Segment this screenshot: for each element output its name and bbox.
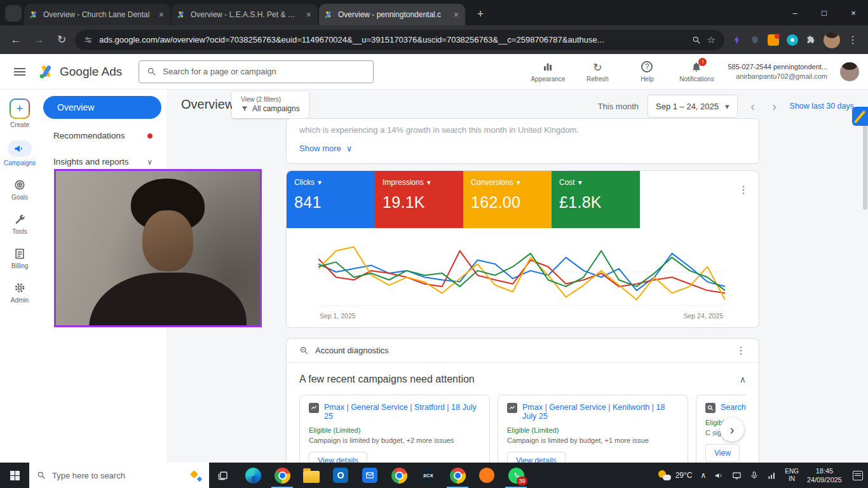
tab-search-icon[interactable] [5,5,22,22]
extensions-cluster: ⋮ [728,32,862,48]
view-details-button[interactable]: View [705,444,740,462]
appearance-label: Appearance [531,76,565,83]
date-controls: This month Sep 1 – 24, 2025 ▾ ‹ › Show l… [598,95,854,118]
browser-tab-1[interactable]: Overview - Church Lane Dental × [24,4,170,25]
carousel-next-button[interactable]: › [720,417,744,442]
show-last-30-days-link[interactable]: Show last 30 days [790,102,854,111]
account-avatar[interactable] [840,62,859,81]
caret-down-icon[interactable]: ▾ [427,178,431,187]
google-ads-favicon [177,10,186,19]
gologin-icon[interactable] [472,463,501,488]
forward-icon[interactable]: → [29,30,48,50]
show-more-link[interactable]: Show more ∨ [299,144,746,153]
metric-impressions[interactable]: Impressions▾ 19.1K [375,171,463,228]
address-bar[interactable]: ads.google.com/aw/overview?ocid=70382567… [75,30,724,50]
search-icon [37,471,46,480]
display-icon[interactable] [732,471,742,480]
notifications-button[interactable]: ! Notifications [678,61,715,83]
chrome-icon-1[interactable] [268,463,297,488]
diagnostics-title: Account diagnostics [315,346,389,355]
browser-tab-2[interactable]: Overview - L.E.A.S.H. Pet & Exot × [172,4,318,25]
taskbar-search-input[interactable]: Type here to search [29,463,209,488]
diagnostics-menu-kebab-icon[interactable]: ⋮ [736,344,746,356]
network-icon[interactable] [767,471,776,480]
site-settings-icon[interactable] [84,36,93,44]
campaign-filter-chip[interactable]: View (2 filters) All campaigns [232,92,309,118]
account-info[interactable]: 585-027-2544 penningtondent... anirbanpa… [728,62,827,81]
google-ads-logo[interactable]: Google Ads [38,64,122,80]
nav-item-recommendations[interactable]: Recommendations [39,123,166,149]
language-indicator[interactable]: ENG IN [785,468,799,484]
tab-title: Overview - L.E.A.S.H. Pet & Exot [191,10,300,19]
caret-down-icon[interactable]: ▾ [318,178,322,187]
screen-capture-widget[interactable] [852,107,868,126]
browser-menu-icon[interactable]: ⋮ [848,34,858,46]
campaign-link[interactable]: Search E [721,403,746,412]
help-button[interactable]: ? Help [628,61,665,83]
attention-section-title: A few recent campaigns need attention [299,374,475,385]
caret-down-icon[interactable]: ▾ [578,178,582,187]
caret-down-icon[interactable]: ▾ [517,178,520,187]
reload-icon[interactable]: ↻ [52,30,71,50]
copilot-sparkle-icon[interactable] [189,469,201,482]
chrome-icon-2[interactable] [384,463,414,488]
minimize-icon[interactable]: – [780,0,810,25]
whatsapp-icon[interactable]: 39 [501,463,531,488]
next-period-icon[interactable]: › [768,99,781,114]
volume-icon[interactable] [714,471,724,480]
rail-item-campaigns[interactable]: Campaigns [4,140,36,166]
threecx-icon[interactable]: 3CX [414,463,443,488]
campaign-link[interactable]: Pmax | General Service | Kenilworth | 18… [522,403,679,421]
weather-widget[interactable]: 29°C [658,470,693,480]
tab-close-icon[interactable]: × [158,10,165,20]
file-explorer-icon[interactable] [297,463,326,488]
maximize-icon[interactable]: □ [810,0,839,25]
collapse-chevron-up-icon[interactable]: ∧ [740,374,746,384]
hidden-icons-chevron-icon[interactable]: ∧ [700,471,706,480]
microphone-icon[interactable] [750,471,759,480]
bookmark-star-icon[interactable]: ☆ [707,34,715,46]
campaign-link[interactable]: Pmax | General Service | Stratford | 18 … [324,403,480,421]
edge-browser-icon[interactable] [238,463,268,488]
date-range-picker[interactable]: Sep 1 – 24, 2025 ▾ [648,95,738,118]
lightning-extension-icon[interactable] [732,35,742,45]
close-window-icon[interactable]: × [839,0,868,25]
rail-item-tools[interactable]: Tools [12,213,27,235]
task-view-button[interactable] [209,463,238,488]
rail-item-create[interactable]: + Create [10,98,30,128]
refresh-button[interactable]: ↻ Refresh [579,61,616,83]
billing-icon [13,247,26,260]
metric-strip: Clicks▾ 841 Impressions▾ 19.1K Conversio… [287,171,759,228]
nav-item-overview-active[interactable]: Overview [43,96,161,119]
taskbar-clock[interactable]: 18:45 24/09/2025 [807,466,842,485]
shield-extension-icon[interactable] [750,35,760,45]
action-center-icon[interactable] [853,471,863,480]
page-scrollbar[interactable] [863,121,867,210]
metric-clicks[interactable]: Clicks▾ 841 [287,171,375,228]
outlook-icon[interactable]: O [326,463,355,488]
new-tab-button[interactable]: + [471,5,489,23]
back-icon[interactable]: ← [6,30,25,50]
metric-cost[interactable]: Cost▾ £1.8K [552,171,640,228]
appearance-button[interactable]: Appearance [529,61,566,83]
tab-close-icon[interactable]: × [452,10,460,20]
rail-item-billing[interactable]: Billing [11,247,29,269]
browser-tab-3-active[interactable]: Overview - penningtondental.c × [319,4,465,25]
mail-icon[interactable] [355,463,384,488]
rail-item-goals[interactable]: Goals [11,179,28,201]
orange-extension-icon[interactable] [768,34,779,46]
teal-extension-icon[interactable] [787,34,798,46]
chart-menu-kebab-icon[interactable]: ⋮ [738,184,749,196]
tab-close-icon[interactable]: × [305,10,313,20]
ads-search-input[interactable]: Search for a page or campaign [139,60,374,83]
start-button[interactable] [0,463,29,488]
chrome-icon-3[interactable] [443,463,472,488]
pmax-campaign-icon [309,403,319,413]
main-menu-icon[interactable] [14,68,25,76]
zoom-icon[interactable] [692,36,701,44]
browser-profile-avatar[interactable] [824,32,840,48]
previous-period-icon[interactable]: ‹ [747,99,759,114]
metric-conversions[interactable]: Conversions▾ 162.00 [463,171,552,228]
rail-item-admin[interactable]: Admin [11,281,29,304]
extensions-puzzle-icon[interactable] [806,35,816,45]
